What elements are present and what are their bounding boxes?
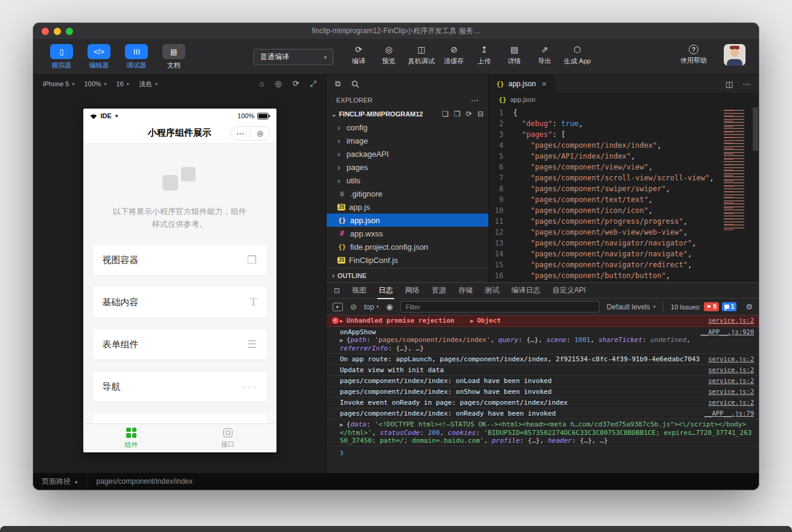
device-selector-2[interactable]: 16▾ bbox=[117, 80, 129, 89]
page-path-toggle[interactable]: 页面路径 ▴ bbox=[33, 473, 86, 490]
device-selector-1[interactable]: 100%▾ bbox=[84, 80, 106, 89]
copy-icon[interactable]: ⧉ bbox=[335, 79, 340, 89]
collapse-icon[interactable]: ⊟ bbox=[477, 110, 484, 118]
debug-tab-0[interactable]: 视图 bbox=[352, 285, 366, 296]
capsule-close-button[interactable]: ◎ bbox=[251, 129, 270, 138]
console-error-row[interactable]: ✕▶ Unhandled promise rejection ▶ Objects… bbox=[327, 315, 759, 327]
explorer-item-image[interactable]: ›image bbox=[327, 134, 488, 147]
explorer-item-config[interactable]: ›config bbox=[327, 121, 488, 134]
component-card[interactable]: 基础内容T bbox=[93, 287, 267, 317]
source-link[interactable]: service.js:2 bbox=[708, 366, 754, 374]
source-link[interactable]: service.js:2 bbox=[708, 388, 754, 396]
debug-tab-1[interactable]: 日志 bbox=[378, 285, 393, 296]
split-editor-icon[interactable]: ◫ bbox=[726, 80, 733, 89]
console-log-row[interactable]: ▶ {data: '<!DOCTYPE html><!—STATUS OK-->… bbox=[327, 419, 759, 446]
refresh-icon[interactable]: ⟳ bbox=[466, 110, 472, 118]
compile-mode-select[interactable]: 普通编译 ▾ bbox=[254, 49, 333, 65]
expand-icon[interactable]: ⤢ bbox=[310, 79, 316, 89]
debug-tab-7[interactable]: 自定义API bbox=[552, 285, 586, 296]
toolbar-details-button[interactable]: ▤详情 bbox=[500, 45, 528, 66]
locate-icon[interactable]: ◎ bbox=[275, 79, 281, 89]
avatar[interactable] bbox=[724, 44, 746, 66]
source-link[interactable]: service.js:2 bbox=[708, 377, 754, 385]
minimize-window-button[interactable] bbox=[54, 28, 61, 35]
source-link[interactable]: service.js:2 bbox=[708, 355, 754, 363]
outline-section[interactable]: › OUTLINE bbox=[327, 268, 488, 282]
console-log-row[interactable]: Update view with init dataservice.js:2 bbox=[327, 365, 759, 376]
console-log-row[interactable]: pages/component/index/index: onShow have… bbox=[327, 387, 759, 397]
explorer-item-app.js[interactable]: JSapp.js bbox=[327, 200, 488, 214]
issues-counter[interactable]: 10 Issues: ⚑ 9 1 bbox=[671, 302, 736, 311]
console-log-row[interactable]: onAppShow▶ {path: 'pages/component/index… bbox=[327, 327, 759, 354]
inspect-icon[interactable]: ⊡ bbox=[334, 287, 340, 295]
console-prompt-row[interactable]: ❯ bbox=[327, 446, 759, 458]
clear-console-icon[interactable]: ⊘ bbox=[350, 302, 357, 311]
search-icon[interactable] bbox=[351, 80, 359, 88]
home-icon[interactable]: ⌂ bbox=[259, 79, 264, 89]
toolbar-simulator-button[interactable]: ▯模拟器 bbox=[46, 44, 77, 70]
explorer-item-utils[interactable]: ›utils bbox=[327, 174, 488, 187]
phone-tab-组件[interactable]: 组件 bbox=[83, 424, 180, 452]
device-selector-3[interactable]: 浅色▾ bbox=[139, 80, 158, 89]
gear-icon[interactable]: ⚙ bbox=[746, 302, 753, 311]
eye-icon[interactable]: ◉ bbox=[386, 302, 393, 311]
explorer-item-packageAPI[interactable]: ›packageAPI bbox=[327, 147, 488, 160]
help-button[interactable]: ? 使用帮助 bbox=[680, 44, 707, 65]
console-log-row[interactable]: pages/component/index/index: onReady hav… bbox=[327, 408, 759, 419]
toolbar-debugger-button[interactable]: ☰调试器 bbox=[121, 44, 152, 70]
explorer-item-pages[interactable]: ›pages bbox=[327, 160, 488, 174]
filter-input[interactable] bbox=[400, 301, 599, 312]
editor-scrollbar[interactable] bbox=[753, 107, 758, 151]
breadcrumb-file[interactable]: app.json bbox=[510, 96, 535, 103]
component-card[interactable]: 导航○ ○ ○ bbox=[93, 372, 267, 402]
toolbar-label: 详情 bbox=[508, 57, 521, 66]
console-log-row[interactable]: On app route: appLaunch, pages/component… bbox=[327, 354, 759, 365]
console-log-row[interactable]: pages/component/index/index: onLoad have… bbox=[327, 376, 759, 387]
toolbar-preview-button[interactable]: ◎预览 bbox=[375, 45, 403, 66]
debug-tab-3[interactable]: 资源 bbox=[432, 285, 446, 296]
toolbar-editor-button[interactable]: </>编辑器 bbox=[84, 44, 114, 70]
more-actions-icon[interactable]: ⋯ bbox=[742, 80, 750, 89]
toolbar-device-debug-button[interactable]: ◫真机调试 bbox=[405, 45, 438, 66]
explorer-item-FinClipConf.js[interactable]: JSFinClipConf.js bbox=[327, 253, 488, 267]
source-link[interactable]: service.js:2 bbox=[708, 317, 754, 325]
device-selector-0[interactable]: iPhone 5▾ bbox=[43, 80, 74, 89]
new-folder-icon[interactable]: ❐ bbox=[454, 110, 461, 118]
close-icon[interactable]: ✕ bbox=[541, 80, 547, 88]
console-log-row[interactable]: Invoke event onReady in page: pages/comp… bbox=[327, 397, 759, 408]
code-area[interactable]: 1{2 "debug": true,3 "pages": [4 "pages/c… bbox=[489, 106, 759, 282]
source-link[interactable]: __APP__.js:79 bbox=[704, 410, 754, 417]
toolbar-generate-app-button[interactable]: ⬡生成 App bbox=[561, 45, 594, 66]
log-levels-select[interactable]: Default levels ▾ bbox=[607, 303, 656, 311]
new-file-icon[interactable]: ❏ bbox=[442, 110, 449, 118]
toolbar-compile-button[interactable]: ⟳编译 bbox=[345, 45, 372, 66]
explorer-item-app.wxss[interactable]: #app.wxss bbox=[327, 227, 488, 240]
phone-tab-接口[interactable]: 接口 bbox=[180, 424, 276, 452]
toolbar-upload-button[interactable]: ↥上传 bbox=[470, 45, 498, 66]
more-actions-icon[interactable]: ⋯ bbox=[471, 96, 479, 105]
debug-tab-2[interactable]: 网络 bbox=[405, 285, 420, 296]
debug-tab-5[interactable]: 测试 bbox=[485, 285, 499, 296]
zoom-window-button[interactable] bbox=[66, 28, 73, 35]
tab-app-json[interactable]: {} app.json ✕ bbox=[489, 75, 555, 93]
component-card[interactable]: 表单组件☰ bbox=[93, 329, 267, 359]
debug-tab-6[interactable]: 编译日志 bbox=[511, 285, 540, 296]
explorer-item-app.json[interactable]: {}app.json bbox=[327, 214, 488, 227]
component-card[interactable]: 视图容器❐ bbox=[93, 245, 267, 275]
source-link[interactable]: __APP__.js:920 bbox=[700, 328, 754, 336]
explorer-root-folder[interactable]: ⌄ FINCLIP-MINIPROGRAM12 ❏❐⟳⊟ bbox=[327, 107, 488, 121]
context-select[interactable]: top ▾ bbox=[364, 303, 379, 311]
source-link[interactable]: service.js:2 bbox=[708, 399, 754, 407]
explorer-item-.gitignore[interactable]: ≣.gitignore bbox=[327, 187, 488, 200]
explorer-item-fide.project.config.json[interactable]: {}fide.project.config.json bbox=[327, 240, 488, 253]
refresh-icon[interactable]: ⟳ bbox=[293, 79, 299, 89]
capsule-more-button[interactable]: ⋯ bbox=[231, 129, 251, 138]
avatar-body bbox=[727, 59, 742, 66]
minimap[interactable] bbox=[723, 109, 750, 235]
close-window-button[interactable] bbox=[42, 28, 49, 35]
toolbar-clear-cache-button[interactable]: ⊘清缓存 bbox=[440, 45, 468, 66]
toolbar-docs-button[interactable]: ▤文档 bbox=[159, 44, 189, 70]
toolbar-export-button[interactable]: ⇗导出 bbox=[531, 45, 558, 66]
console-sidebar-toggle-icon[interactable]: ▸ bbox=[333, 303, 343, 311]
debug-tab-4[interactable]: 存储 bbox=[458, 285, 473, 296]
